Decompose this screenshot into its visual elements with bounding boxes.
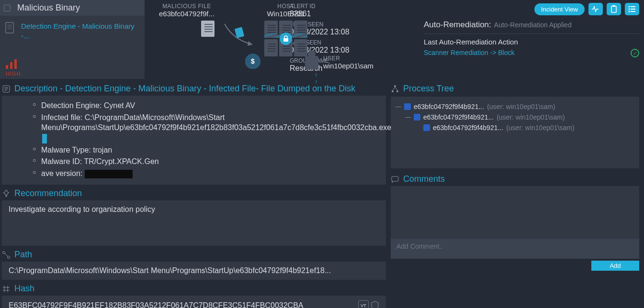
host-value: Win10EP01 xyxy=(264,10,307,18)
process-icon xyxy=(404,103,411,110)
list-icon xyxy=(628,6,636,12)
auto-remediation-row: Auto-Remediation: Auto-Remediation Appli… xyxy=(424,20,639,34)
moneybag-icon: $ xyxy=(245,54,260,69)
svg-rect-30 xyxy=(392,176,398,181)
process-user: (user: win10ep01\sam) xyxy=(487,103,555,110)
svg-point-18 xyxy=(6,195,7,197)
svg-point-12 xyxy=(629,11,630,12)
add-comment-button[interactable]: Add xyxy=(591,261,639,271)
desc-item: Malware Type: trojan xyxy=(33,145,379,155)
hash-icon xyxy=(2,285,11,293)
lock-icon xyxy=(280,33,292,45)
auto-remediation-label: Auto-Remediation: xyxy=(424,20,491,30)
tree-toggle-icon[interactable]: — xyxy=(405,114,411,121)
svg-point-10 xyxy=(629,9,630,10)
process-tree-body: — e63bfc04792f9f4b921... (user: win10ep0… xyxy=(391,97,639,168)
tree-row[interactable]: — e63bfc04792f9f4b921... (user: win10ep0… xyxy=(395,101,634,112)
tree-row[interactable]: e63bfc04792f9f4b921... (user: win10ep01\… xyxy=(395,122,634,133)
checkmark-circle-icon: ✓ xyxy=(631,49,639,57)
process-icon xyxy=(414,114,420,121)
severity-label: HIGH xyxy=(6,71,145,77)
svg-rect-7 xyxy=(612,5,615,7)
svg-rect-6 xyxy=(611,6,616,12)
process-name: e63bfc04792f9f4b921... xyxy=(414,103,484,110)
file-value: e63bfc04792f9f... xyxy=(159,10,215,18)
path-body: C:\ProgramData\Microsoft\Windows\Start M… xyxy=(2,262,386,280)
nav-title: Malicious Binary xyxy=(17,3,80,13)
description-icon xyxy=(2,85,11,93)
left-nav-panel: Malicious Binary Detection Engine - Mali… xyxy=(0,0,145,79)
process-user: (user: win10ep01\sam) xyxy=(497,113,565,121)
process-user: (user: win10ep01\sam) xyxy=(506,124,574,132)
path-icon xyxy=(2,251,11,259)
nav-header: Malicious Binary xyxy=(0,0,145,16)
svg-line-28 xyxy=(393,87,395,90)
svg-point-8 xyxy=(629,6,630,8)
recommendation-icon xyxy=(2,189,11,198)
incident-view-button[interactable]: Incident View xyxy=(534,3,585,15)
host-node[interactable]: HOST Win10EP01 xyxy=(264,3,307,56)
comments-icon xyxy=(391,175,399,184)
hash-value: E63BFC04792F9F4B921EF182B83F03A5212F061A… xyxy=(9,301,354,308)
description-body: Detection Engine: Cynet AV Infected file… xyxy=(2,96,386,185)
document-icon xyxy=(5,22,15,34)
svg-point-26 xyxy=(392,90,394,92)
host-files-icon xyxy=(264,21,307,56)
process-name: e63bfc04792f9f4b921... xyxy=(423,113,494,121)
last-action-label: Last Auto-Remediation Action xyxy=(424,38,639,46)
svg-point-19 xyxy=(3,251,5,253)
user-label: USER xyxy=(323,55,373,62)
hash-body: E63BFC04792F9F4B921EF182B83F03A5212F061A… xyxy=(2,296,386,308)
file-label: MALICIOUS FILE xyxy=(159,3,215,10)
file-icon xyxy=(201,21,215,37)
user-value: win10ep01\sam xyxy=(323,62,373,70)
desc-item: Infected file: C:\ProgramData\Microsoft\… xyxy=(33,112,379,143)
desc-item: Detection Engine: Cynet AV xyxy=(33,100,379,111)
svg-rect-0 xyxy=(6,22,14,33)
hash-title: Hash xyxy=(14,284,34,294)
severity-bars-icon xyxy=(6,59,145,69)
recommendation-title: Recommendation xyxy=(14,188,82,198)
redacted-block xyxy=(85,170,133,178)
desc-item: ave version: xyxy=(33,168,379,179)
host-label: HOST xyxy=(264,3,307,10)
description-title: Description - Detection Engine - Malicio… xyxy=(14,84,355,94)
nav-item-label: Detection Engine - Malicious Binary -... xyxy=(21,22,140,40)
svg-rect-13 xyxy=(631,11,635,12)
tree-toggle-icon[interactable]: — xyxy=(395,103,401,110)
svg-rect-11 xyxy=(631,9,635,10)
select-alert-checkbox[interactable] xyxy=(4,5,11,11)
svg-point-25 xyxy=(394,85,396,87)
alert-id-value: 82861 xyxy=(290,10,424,18)
virustotal-button[interactable]: VT xyxy=(358,300,369,308)
clipboard-button[interactable] xyxy=(607,3,621,15)
severity-indicator: HIGH xyxy=(0,45,145,77)
recommendation-body: Investigate according to organization po… xyxy=(2,200,386,246)
activity-button[interactable] xyxy=(588,3,603,15)
last-action-link[interactable]: Scanner Remediation -> Block xyxy=(424,49,515,56)
svg-marker-4 xyxy=(248,41,252,46)
path-value: C:\ProgramData\Microsoft\Windows\Start M… xyxy=(9,266,379,275)
last-seen-label: LAST SEEN xyxy=(290,39,424,46)
nav-item-detection[interactable]: Detection Engine - Malicious Binary -... xyxy=(0,16,145,45)
alert-id-label: ALERT ID xyxy=(290,3,424,10)
tree-row[interactable]: — e63bfc04792f9f4b921... (user: win10ep0… xyxy=(395,112,634,122)
text-cursor-icon xyxy=(42,134,47,143)
svg-point-20 xyxy=(8,256,10,258)
comments-title: Comments xyxy=(403,174,445,184)
user-node[interactable]: USER win10ep01\sam xyxy=(305,55,373,70)
diagram-area: MALICIOUS FILE e63bfc04792f9f... HOST Wi… xyxy=(145,0,290,79)
svg-rect-5 xyxy=(283,38,288,42)
list-button[interactable] xyxy=(625,3,639,15)
process-name: e63bfc04792f9f4b921... xyxy=(433,124,503,132)
desc-item: Malware ID: TR/Crypt.XPACK.Gen xyxy=(33,156,379,167)
shield-icon[interactable] xyxy=(371,301,379,308)
svg-line-29 xyxy=(395,87,397,90)
expand-arrows-icon[interactable]: ↑ ↑ ↑ xyxy=(315,72,318,92)
user-icon xyxy=(305,56,318,69)
process-icon xyxy=(423,124,430,131)
clipboard-icon xyxy=(610,5,617,13)
comment-input[interactable]: Add Comment.. xyxy=(391,239,639,259)
svg-rect-9 xyxy=(631,6,635,7)
malicious-file-node[interactable]: MALICIOUS FILE e63bfc04792f9f... xyxy=(159,3,215,38)
